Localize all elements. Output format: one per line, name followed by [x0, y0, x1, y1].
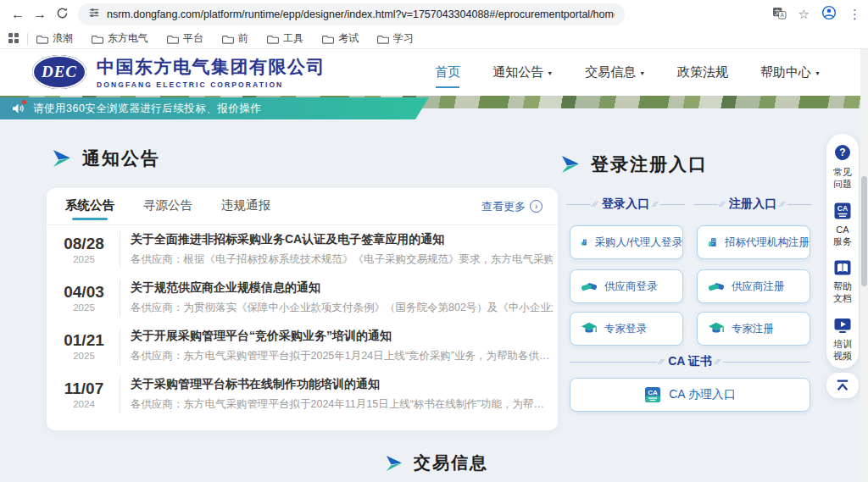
supplier-login-button[interactable]: 供应商登录 [570, 269, 683, 303]
scrollbar-track[interactable] [860, 49, 868, 482]
bookmark-folder[interactable]: 平台 [167, 31, 203, 46]
ca-icon: CA [833, 202, 852, 220]
screen: ← → nsrm.dongfang.com/platform/runtime/e… [0, 0, 868, 482]
notice-desc: 各供应商：东方电气采购管理平台拟于2024年11月15日上线“标书在线制作”功能… [131, 397, 544, 412]
url-bar[interactable]: nsrm.dongfang.com/platform/runtime/epp/d… [78, 3, 625, 25]
tab-violation-reports[interactable]: 违规通报 [221, 187, 270, 225]
menu-dots-icon[interactable]: ⋮ [849, 7, 861, 22]
buyer-agent-login-button[interactable]: 采购人/代理人登录 [570, 225, 683, 259]
expert-login-button[interactable]: 专家登录 [570, 312, 683, 346]
login-section-heading: 登录注册入口 [561, 152, 708, 176]
video-icon [833, 316, 852, 335]
nav-item-notices[interactable]: 通知公告▼ [492, 64, 553, 80]
document-icon [833, 258, 852, 277]
chevron-down-icon: ▼ [547, 70, 553, 76]
scholar-icon [581, 320, 598, 337]
notice-date: 04/03 2025 [59, 283, 108, 313]
notice-title: 关于规范供应商企业规模信息的通知 [131, 280, 553, 296]
notice-row[interactable]: 01/21 2025 关于开展采购管理平台“竞价采购业务”培训的通知 各供应商：… [47, 322, 558, 370]
speaker-icon [12, 102, 25, 114]
notice-row[interactable]: 08/28 2025 关于全面推进非招标采购业务CA认证及电子签章应用的通知 各… [47, 225, 558, 274]
notice-desc: 各供应商：为贯彻落实《保障中小企业款项支付条例》（国务院令第802号）及《中小企… [131, 301, 553, 315]
apps-grid-icon[interactable] [8, 31, 19, 47]
bookmark-star-icon[interactable]: ☆ [798, 7, 810, 22]
svg-text:A: A [780, 12, 784, 18]
browser-chrome: ← → nsrm.dongfang.com/platform/runtime/e… [0, 0, 868, 49]
faq-rail-button[interactable]: ? 常见问题 [832, 144, 854, 191]
nav-item-trade-info[interactable]: 交易信息▼ [585, 64, 645, 80]
company-name-block: 中国东方电气集团有限公司 DONGFANG ELECTRIC CORPORATI… [97, 55, 326, 89]
view-more-link[interactable]: 查看更多 › [481, 199, 542, 214]
notices-card: 系统公告 寻源公告 违规通报 查看更多 › 08/28 2025 关于全面推进非… [47, 188, 558, 430]
notices-section-heading: 通知公告 [53, 147, 160, 170]
notice-title: 关于全面推进非招标采购业务CA认证及电子签章应用的通知 [131, 232, 553, 247]
chevron-down-icon: ▼ [639, 70, 645, 76]
forward-icon[interactable]: → [29, 7, 51, 22]
refresh-icon[interactable] [51, 7, 73, 23]
notice-title: 关于采购管理平台标书在线制作功能培训的通知 [131, 377, 544, 392]
circle-arrow-icon: › [530, 200, 542, 213]
notices-tabs: 系统公告 寻源公告 违规通报 查看更多 › [47, 188, 558, 225]
bookmark-folder[interactable]: 学习 [377, 31, 414, 46]
arrow-icon [561, 155, 580, 174]
handshake-icon [581, 278, 598, 295]
help-docs-rail-button[interactable]: 帮助文档 [832, 258, 854, 305]
notification-dot [22, 100, 26, 104]
divider [27, 33, 28, 45]
bookmark-folder[interactable]: 前 [222, 31, 248, 46]
notice-desc: 各供应商：根据《电子招标投标系统技术规范》《电子采购交易规范》要求，东方电气采购… [131, 252, 553, 267]
supplier-register-button[interactable]: 供应商注册 [697, 269, 810, 303]
announcement-banner: 请使用360安全浏览器进行后续投标、报价操作 [0, 97, 429, 119]
notice-row[interactable]: 04/03 2025 关于规范供应商企业规模信息的通知 各供应商：为贯彻落实《保… [47, 274, 558, 322]
ca-cert-header: ∕∕ CA 证书 ∕∕ [570, 354, 810, 369]
profile-icon[interactable] [821, 5, 837, 24]
browser-toolbar: ← → nsrm.dongfang.com/platform/runtime/e… [0, 0, 868, 29]
section-title: 登录注册入口 [591, 152, 708, 176]
company-name-en: DONGFANG ELECTRIC CORPORATION [97, 80, 326, 89]
tab-sourcing-notices[interactable]: 寻源公告 [143, 187, 192, 225]
dec-logo-oval: DEC [32, 55, 86, 89]
bookmark-folder[interactable]: 东方电气 [92, 31, 148, 46]
register-entry-header: ∕∕ 注册入口 ∕∕ [693, 197, 812, 212]
ca-apply-button[interactable]: CA CA 办理入口 [570, 378, 810, 412]
scholar-icon [708, 320, 725, 337]
training-videos-rail-button[interactable]: 培训视频 [832, 316, 854, 363]
bookmark-folder[interactable]: 考试 [322, 31, 359, 46]
handshake-icon [708, 278, 725, 295]
nav-item-home[interactable]: 首页 [435, 64, 460, 80]
notice-row[interactable]: 11/07 2024 关于采购管理平台标书在线制作功能培训的通知 各供应商：东方… [47, 370, 558, 418]
arrow-icon [53, 149, 71, 168]
banner-text: 请使用360安全浏览器进行后续投标、报价操作 [33, 102, 261, 116]
nav-item-help-center[interactable]: 帮助中心▼ [760, 64, 821, 80]
section-title: 交易信息 [414, 452, 488, 474]
chevron-down-icon: ▼ [815, 70, 821, 76]
scrollbar-thumb[interactable] [861, 176, 867, 286]
notice-title: 关于开展采购管理平台“竞价采购业务”培训的通知 [131, 329, 550, 344]
svg-text:CA: CA [837, 204, 848, 213]
company-name-cn: 中国东方电气集团有限公司 [97, 55, 326, 79]
question-icon: ? [833, 144, 852, 163]
arrow-icon [386, 455, 403, 472]
translate-icon[interactable]: 文A [772, 7, 787, 23]
site-header: DEC 中国东方电气集团有限公司 DONGFANG ELECTRIC CORPO… [0, 49, 868, 96]
bookmark-folder[interactable]: 工具 [267, 31, 303, 46]
building-icon [708, 234, 718, 251]
svg-text:CA: CA [648, 389, 658, 396]
notice-date: 11/07 2024 [59, 380, 108, 409]
notice-date: 01/21 2025 [59, 331, 108, 361]
trade-info-section-heading: 交易信息 [386, 452, 488, 474]
company-logo[interactable]: DEC 中国东方电气集团有限公司 DONGFANG ELECTRIC CORPO… [32, 55, 326, 89]
ca-service-rail-button[interactable]: CA CA 服务 [832, 202, 854, 248]
back-icon[interactable]: ← [7, 7, 29, 22]
bidding-agency-register-button[interactable]: 招标代理机构注册 [697, 225, 810, 259]
url-text[interactable]: nsrm.dongfang.com/platform/runtime/epp/d… [107, 8, 615, 20]
building-icon [581, 234, 588, 251]
bookmark-folder[interactable]: 浪潮 [36, 31, 73, 46]
floating-side-rail: ? 常见问题 CA CA 服务 帮助文档 培训视频 [826, 134, 859, 368]
expert-register-button[interactable]: 专家注册 [697, 312, 810, 346]
tune-icon[interactable] [88, 7, 100, 22]
tab-system-notices[interactable]: 系统公告 [65, 187, 114, 225]
notice-date: 08/28 2025 [59, 235, 108, 264]
back-to-top-button[interactable] [826, 373, 859, 398]
nav-item-policies[interactable]: 政策法规 [677, 64, 728, 80]
